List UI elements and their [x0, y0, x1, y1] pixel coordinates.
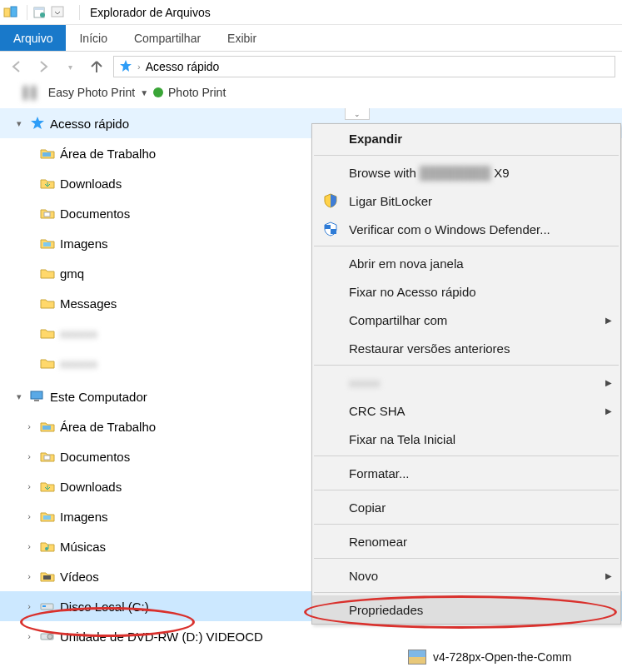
ctx-crc-sha[interactable]: CRC SHA▶ — [312, 396, 620, 425]
folder-icon — [40, 509, 55, 524]
folder-icon — [40, 449, 55, 464]
titlebar-separator — [79, 5, 80, 20]
chevron-right-icon[interactable]: › — [23, 570, 35, 582]
folder-icon — [40, 146, 55, 161]
ctx-share-with[interactable]: Compartilhar com▶ — [312, 306, 620, 334]
submenu-arrow-icon: ▶ — [605, 571, 612, 580]
photo-print[interactable]: Photo Print — [168, 86, 226, 99]
tree-label: Área de Trabalho — [60, 147, 156, 161]
menu-separator — [314, 524, 619, 525]
address-bar: ▾ › Acesso rápido — [0, 52, 622, 82]
submenu-arrow-icon: ▶ — [605, 378, 612, 387]
dropdown-caret-icon[interactable]: ▼ — [140, 88, 148, 97]
chevron-right-icon[interactable]: › — [23, 480, 35, 492]
svg-rect-9 — [44, 212, 50, 217]
ctx-defender[interactable]: Verificar com o Windows Defender... — [312, 215, 620, 243]
recent-dropdown[interactable]: ▾ — [60, 57, 80, 77]
svg-rect-5 — [52, 7, 63, 17]
svg-rect-15 — [43, 515, 51, 520]
svg-point-4 — [40, 12, 45, 17]
ctx-expand[interactable]: Expandir — [312, 124, 620, 152]
svg-rect-13 — [42, 426, 51, 430]
tab-home[interactable]: Início — [66, 25, 120, 51]
back-button[interactable] — [7, 57, 27, 77]
chevron-right-icon[interactable]: › — [23, 540, 35, 552]
chevron-down-icon[interactable]: ▾ — [13, 391, 25, 402]
ctx-pin-quick[interactable]: Fixar no Acesso rápido — [312, 277, 620, 306]
ctx-copy[interactable]: Copiar — [312, 493, 620, 521]
tree-label: xxxxxx — [60, 326, 97, 341]
svg-rect-8 — [42, 152, 51, 157]
ctx-properties[interactable]: Propriedades — [312, 595, 620, 624]
svg-rect-10 — [43, 242, 51, 246]
breadcrumb-location[interactable]: Acesso rápido — [146, 60, 220, 73]
file-item[interactable]: v4-728px-Open-the-Comm — [408, 650, 572, 665]
quick-access-star-icon — [119, 59, 132, 75]
folder-icon — [40, 176, 55, 191]
svg-rect-23 — [331, 229, 336, 234]
breadcrumb-separator: › — [137, 62, 141, 72]
ctx-hidden[interactable]: xxxxx▶ — [312, 368, 620, 396]
app-icon — [3, 5, 18, 20]
tree-label: Imagens — [60, 510, 108, 524]
tab-file[interactable]: Arquivo — [0, 25, 66, 51]
folder-icon — [40, 479, 55, 494]
chevron-right-icon[interactable]: › — [23, 630, 35, 642]
chevron-right-icon[interactable]: › — [23, 600, 35, 612]
folder-icon — [40, 206, 55, 221]
tab-view[interactable]: Exibir — [214, 25, 270, 51]
folder-icon — [40, 419, 55, 434]
chevron-right-icon[interactable]: › — [23, 450, 35, 462]
ctx-bitlocker[interactable]: Ligar BitLocker — [312, 187, 620, 215]
menu-separator — [314, 592, 619, 593]
easy-photo-print[interactable]: Easy Photo Print — [48, 86, 135, 99]
green-dot-icon — [153, 87, 163, 97]
context-menu: Expandir Browse with ████████ X9 Ligar B… — [311, 123, 621, 625]
chevron-right-icon[interactable]: › — [23, 510, 35, 522]
star-icon — [30, 116, 45, 131]
tree-dvd-drive[interactable]: › Unidade de DVD-RW (D:) VIDEOCD — [0, 621, 622, 651]
folder-icon — [40, 569, 55, 584]
tree-label: xxxxxx — [60, 356, 97, 371]
properties-qat-icon[interactable] — [32, 5, 47, 20]
ctx-pin-start[interactable]: Fixar na Tela Inicial — [312, 425, 620, 453]
tab-share[interactable]: Compartilhar — [121, 25, 214, 51]
ctx-new-window[interactable]: Abrir em nova janela — [312, 249, 620, 277]
tree-label: Vídeos — [60, 570, 99, 584]
dvd-icon — [40, 629, 55, 644]
forward-button[interactable] — [33, 57, 53, 77]
chevron-down-icon[interactable]: ▾ — [13, 117, 25, 129]
svg-rect-14 — [44, 455, 50, 460]
svg-marker-6 — [120, 60, 132, 72]
chevron-right-icon[interactable]: › — [23, 421, 35, 432]
ribbon-tabs: Arquivo Início Compartilhar Exibir — [0, 25, 622, 52]
folder-icon — [40, 296, 55, 311]
ctx-rename[interactable]: Renomear — [312, 527, 620, 555]
image-thumbnail-icon — [408, 650, 426, 665]
up-button[interactable] — [87, 57, 107, 77]
folder-icon — [40, 266, 55, 281]
ribbon-expand-caret[interactable]: ⌄ — [345, 108, 370, 120]
tree-label: Documentos — [60, 207, 130, 221]
qat-dropdown-icon[interactable] — [51, 5, 66, 20]
tree-label: Disco Local (C:) — [60, 600, 149, 614]
vendor-icon: ▌▌ — [23, 86, 40, 99]
address-box[interactable]: › Acesso rápido — [113, 56, 615, 77]
tree-label: Downloads — [60, 177, 122, 191]
svg-rect-11 — [31, 391, 42, 399]
svg-rect-12 — [34, 400, 39, 401]
menu-separator — [314, 155, 619, 156]
drive-icon — [40, 599, 55, 614]
tree-label: Unidade de DVD-RW (D:) VIDEOCD — [60, 630, 263, 644]
svg-point-16 — [45, 547, 48, 550]
menu-separator — [314, 558, 619, 559]
ctx-format[interactable]: Formatar... — [312, 459, 620, 487]
svg-rect-3 — [34, 7, 44, 10]
ctx-new[interactable]: Novo▶ — [312, 561, 620, 590]
ctx-browse-with[interactable]: Browse with ████████ X9 — [312, 158, 620, 187]
ctx-restore-versions[interactable]: Restaurar versões anteriores — [312, 334, 620, 362]
window-title: Explorador de Arquivos — [90, 6, 211, 19]
titlebar-separator — [27, 5, 27, 20]
defender-icon — [322, 221, 339, 237]
file-name: v4-728px-Open-the-Comm — [433, 650, 572, 664]
